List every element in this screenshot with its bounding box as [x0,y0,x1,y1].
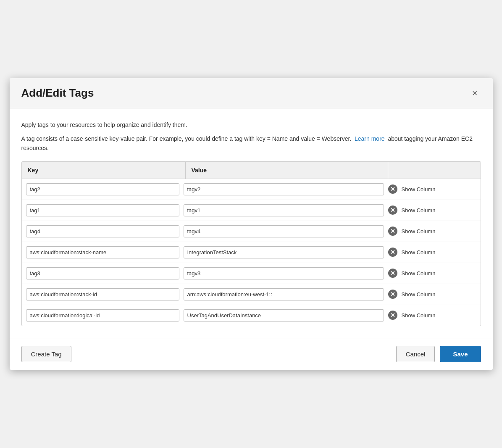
show-column-button-4[interactable]: Show Column [402,270,436,277]
cancel-button[interactable]: Cancel [396,346,435,362]
remove-icon-3: ✕ [388,248,397,257]
dialog-title: Add/Edit Tags [21,87,94,100]
col-key-header: Key [22,162,186,179]
dialog-body: Apply tags to your resources to help org… [10,108,493,334]
key-input-6[interactable] [26,309,179,322]
table-row: ✕ Show Column [22,200,481,221]
value-input-5[interactable] [184,288,384,300]
remove-icon-1: ✕ [388,206,397,215]
show-column-button-1[interactable]: Show Column [402,207,436,213]
remove-button-3[interactable]: ✕ [388,248,397,257]
table-row: ✕ Show Column [22,263,481,284]
dialog-header: Add/Edit Tags × [10,78,493,108]
key-input-5[interactable] [26,288,179,300]
key-input-3[interactable] [26,246,179,258]
table-row: ✕ Show Column [22,284,481,305]
value-input-4[interactable] [184,267,384,279]
table-row: ✕ Show Column [22,242,481,263]
table-rows-container: ✕ Show Column ✕ Show Column ✕ Show Colum… [22,179,481,326]
show-column-button-6[interactable]: Show Column [402,312,436,319]
save-button[interactable]: Save [440,346,481,362]
remove-icon-2: ✕ [388,227,397,236]
footer-right: Cancel Save [396,346,481,362]
key-input-2[interactable] [26,225,179,237]
table-row: ✕ Show Column [22,221,481,242]
dialog-footer: Create Tag Cancel Save [10,338,493,370]
row-actions-5: ✕ Show Column [388,290,476,299]
remove-icon-5: ✕ [388,290,397,299]
show-column-button-0[interactable]: Show Column [402,186,436,192]
row-actions-6: ✕ Show Column [388,311,476,320]
remove-button-5[interactable]: ✕ [388,290,397,299]
show-column-button-2[interactable]: Show Column [402,228,436,235]
row-actions-3: ✕ Show Column [388,248,476,257]
learn-more-link[interactable]: Learn more [355,135,385,142]
close-button[interactable]: × [469,87,481,100]
key-input-1[interactable] [26,204,179,216]
tags-table: Key Value ✕ Show Column ✕ S [21,161,481,326]
col-value-header: Value [186,162,388,179]
row-actions-4: ✕ Show Column [388,269,476,278]
description-2: A tag consists of a case-sensitive key-v… [21,134,481,153]
remove-button-6[interactable]: ✕ [388,311,397,320]
key-input-0[interactable] [26,183,179,195]
remove-button-4[interactable]: ✕ [388,269,397,278]
description-1: Apply tags to your resources to help org… [21,120,481,129]
value-input-3[interactable] [184,246,384,258]
value-input-2[interactable] [184,225,384,237]
table-row: ✕ Show Column [22,179,481,200]
value-input-0[interactable] [184,183,384,195]
col-actions-header [388,162,481,179]
row-actions-0: ✕ Show Column [388,184,476,194]
remove-icon-6: ✕ [388,311,397,320]
row-actions-2: ✕ Show Column [388,227,476,236]
show-column-button-5[interactable]: Show Column [402,291,436,298]
create-tag-button[interactable]: Create Tag [21,346,71,362]
value-input-1[interactable] [184,204,384,216]
table-header: Key Value [22,162,481,179]
remove-button-1[interactable]: ✕ [388,206,397,215]
add-edit-tags-dialog: Add/Edit Tags × Apply tags to your resou… [10,78,493,369]
remove-button-0[interactable]: ✕ [388,184,397,194]
description-2-prefix: A tag consists of a case-sensitive key-v… [21,135,352,142]
remove-icon-4: ✕ [388,269,397,278]
remove-icon-0: ✕ [388,184,397,194]
value-input-6[interactable] [184,309,384,322]
row-actions-1: ✕ Show Column [388,206,476,215]
remove-button-2[interactable]: ✕ [388,227,397,236]
show-column-button-3[interactable]: Show Column [402,249,436,256]
key-input-4[interactable] [26,267,179,279]
table-row: ✕ Show Column [22,305,481,326]
